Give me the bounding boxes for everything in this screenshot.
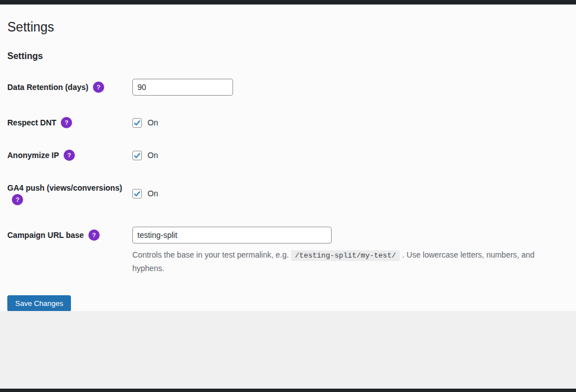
help-icon[interactable]: ? xyxy=(12,194,23,205)
field-label-respect-dnt: Respect DNT? xyxy=(7,117,132,128)
checkmark-icon xyxy=(133,152,141,159)
help-icon[interactable]: ? xyxy=(64,150,75,161)
help-icon[interactable]: ? xyxy=(93,82,104,93)
checkbox-label: On xyxy=(148,118,158,128)
field-row-campaign-url-base: Campaign URL base? Controls the base in … xyxy=(7,227,565,274)
checkbox-label: On xyxy=(148,151,158,160)
campaign-url-base-input[interactable] xyxy=(132,227,332,244)
section-title: Settings xyxy=(7,51,565,61)
field-label-ga4-push: GA4 push (views/conversions)? xyxy=(7,182,132,205)
ga4-push-checkbox[interactable]: On xyxy=(132,188,158,199)
data-retention-input[interactable] xyxy=(132,79,233,96)
page-footer-area xyxy=(0,311,576,389)
permalink-example-code: /testing-split/my-test/ xyxy=(291,250,400,261)
respect-dnt-checkbox[interactable]: On xyxy=(132,117,158,128)
help-icon[interactable]: ? xyxy=(88,229,100,241)
checkbox-checked[interactable] xyxy=(132,118,142,128)
settings-page: Settings Settings Data Retention (days)?… xyxy=(0,19,576,312)
checkmark-icon xyxy=(133,120,141,126)
field-label-anonymize-ip: Anonymize IP? xyxy=(7,150,132,161)
field-row-respect-dnt: Respect DNT? On xyxy=(7,117,565,128)
checkbox-checked[interactable] xyxy=(132,151,142,160)
page-title: Settings xyxy=(7,19,565,36)
admin-top-bar xyxy=(0,0,576,4)
field-row-ga4-push: GA4 push (views/conversions)? On xyxy=(7,182,565,205)
field-label-campaign-url-base: Campaign URL base? xyxy=(7,227,132,241)
field-row-data-retention: Data Retention (days)? xyxy=(7,79,565,96)
checkbox-label: On xyxy=(148,189,158,199)
admin-bottom-bar xyxy=(0,389,576,392)
checkmark-icon xyxy=(133,191,141,197)
save-changes-button[interactable]: Save Changes xyxy=(7,295,71,312)
anonymize-ip-checkbox[interactable]: On xyxy=(132,150,158,160)
campaign-url-help-text: Controls the base in your test permalink… xyxy=(132,249,565,274)
help-icon[interactable]: ? xyxy=(61,117,72,128)
field-label-data-retention: Data Retention (days)? xyxy=(7,79,132,93)
checkbox-checked[interactable] xyxy=(132,189,142,199)
field-row-anonymize-ip: Anonymize IP? On xyxy=(7,150,565,161)
